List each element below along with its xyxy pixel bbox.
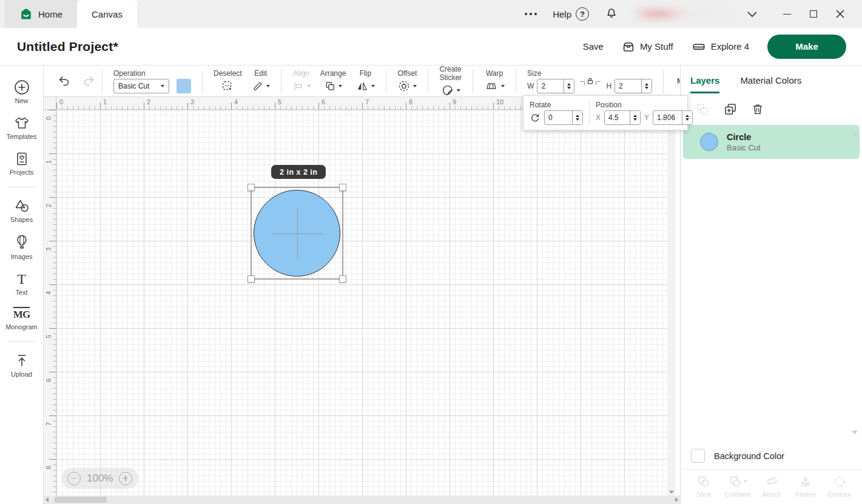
- height-stepper[interactable]: [641, 79, 652, 93]
- arrange-button[interactable]: Arrange: [315, 69, 351, 93]
- sidebar-item-label: Projects: [10, 169, 34, 176]
- header-actions: Save My Stuff Explore 4 Make: [583, 35, 862, 59]
- offset-button[interactable]: Offset: [392, 69, 422, 93]
- redo-icon[interactable]: [81, 75, 96, 88]
- panel-scroll-down-icon[interactable]: [852, 431, 858, 434]
- sidebar-item-shapes[interactable]: Shapes: [0, 193, 44, 229]
- ruler-tick-label: 8: [45, 461, 52, 469]
- canvas-vertical-scrollbar[interactable]: [667, 97, 675, 496]
- rotate-group: Rotate 0: [524, 101, 589, 125]
- scroll-right-icon[interactable]: [675, 497, 678, 502]
- maximize-icon: [810, 10, 817, 18]
- resize-handle-bottom-right[interactable]: [339, 275, 346, 283]
- explore-machine-button[interactable]: Explore 4: [692, 40, 749, 53]
- background-color-checkbox[interactable]: [691, 449, 705, 463]
- transform-popup: Rotate 0 Position X 4.5: [523, 95, 688, 130]
- save-button[interactable]: Save: [583, 41, 604, 52]
- maximize-button[interactable]: [800, 0, 827, 28]
- ruler-tick-label: 9: [453, 98, 456, 106]
- ruler-tick-label: 6: [45, 374, 52, 382]
- layer-operation: Basic Cut: [727, 143, 761, 152]
- edit-button[interactable]: Edit: [247, 69, 275, 93]
- ruler-corner: [44, 97, 56, 110]
- layer-name: Circle: [727, 132, 761, 142]
- align-label: Align: [293, 69, 309, 78]
- tab-canvas[interactable]: Canvas: [77, 0, 137, 28]
- position-x-input[interactable]: 4.5: [604, 110, 641, 125]
- position-y-stepper[interactable]: [682, 111, 692, 124]
- rotate-input[interactable]: 0: [544, 110, 583, 125]
- ruler-tick-label: 6: [322, 98, 325, 106]
- position-label: Position: [596, 101, 693, 109]
- scroll-left-icon[interactable]: [45, 497, 49, 502]
- delete-button[interactable]: [751, 102, 764, 116]
- more-menu-icon[interactable]: [525, 13, 537, 15]
- ruler-tick-label: 2: [147, 98, 150, 106]
- make-button[interactable]: Make: [767, 35, 846, 59]
- page-title[interactable]: Untitled Project*: [17, 39, 118, 54]
- zoom-in-button[interactable]: [119, 472, 132, 485]
- scrollbar-thumb[interactable]: [55, 497, 107, 503]
- window-tab-bar: Home Canvas Help ?: [0, 0, 862, 28]
- canvas-grid[interactable]: 2 in x 2 in 100%: [56, 110, 667, 496]
- create-sticker-label: Create Sticker: [439, 65, 462, 82]
- aspect-lock[interactable]: [580, 76, 601, 86]
- save-label: Save: [583, 41, 604, 52]
- rotate-icon[interactable]: [530, 112, 540, 123]
- color-swatch[interactable]: [177, 79, 191, 93]
- help-button[interactable]: Help ?: [553, 7, 589, 21]
- sidebar-item-text[interactable]: T Text: [0, 266, 44, 301]
- shape-selection-box[interactable]: [251, 187, 343, 280]
- position-x-stepper[interactable]: [630, 111, 640, 124]
- height-input[interactable]: 2: [615, 79, 652, 93]
- position-y-value: 1.806: [653, 113, 682, 122]
- tab-layers[interactable]: Layers: [690, 75, 719, 93]
- projects-card-icon: [15, 151, 29, 167]
- close-button[interactable]: [827, 0, 854, 28]
- canvas-horizontal-scrollbar[interactable]: [44, 496, 680, 504]
- create-sticker-caret-icon: [457, 89, 460, 92]
- resize-handle-bottom-left[interactable]: [247, 275, 255, 283]
- panel-scroll-up-icon[interactable]: [852, 132, 858, 136]
- zoom-out-button[interactable]: [67, 472, 81, 485]
- tab-material-colors[interactable]: Material Colors: [740, 75, 801, 93]
- ruler-tick-label: 7: [45, 417, 52, 426]
- layer-row-circle[interactable]: Circle Basic Cut: [683, 125, 860, 159]
- sidebar-item-label: Images: [10, 253, 32, 260]
- my-stuff-button[interactable]: My Stuff: [622, 40, 673, 53]
- sidebar-item-new[interactable]: New: [0, 74, 44, 110]
- warp-button[interactable]: Warp: [479, 69, 510, 93]
- resize-handle-top-right[interactable]: [339, 184, 346, 191]
- circle-shape[interactable]: [254, 190, 340, 277]
- create-sticker-button[interactable]: Create Sticker: [434, 65, 466, 98]
- notifications-bell-icon[interactable]: [605, 7, 618, 21]
- scroll-down-icon[interactable]: [669, 491, 674, 494]
- sidebar-item-label: Upload: [11, 371, 32, 378]
- ruler-tick-label: 0: [59, 98, 63, 106]
- resize-handle-top-left[interactable]: [247, 184, 255, 191]
- undo-icon[interactable]: [57, 75, 72, 88]
- combine-button-disabled: Combine: [721, 474, 755, 498]
- attach-label: Attach: [762, 491, 781, 498]
- minimize-button[interactable]: [773, 0, 800, 28]
- sidebar-item-images[interactable]: Images: [0, 229, 44, 266]
- sidebar-item-monogram[interactable]: MG Monogram: [0, 301, 44, 336]
- account-name-blurred[interactable]: [634, 5, 731, 23]
- flip-button[interactable]: Flip: [351, 69, 380, 93]
- contour-icon: [832, 474, 847, 489]
- duplicate-button[interactable]: [723, 102, 738, 116]
- contour-label: Contour: [827, 491, 851, 498]
- contour-button-disabled: Contour: [823, 474, 857, 498]
- sidebar-item-projects[interactable]: Projects: [0, 146, 44, 181]
- position-y-input[interactable]: 1.806: [653, 110, 693, 125]
- width-stepper[interactable]: [564, 79, 574, 93]
- sidebar-item-upload[interactable]: Upload: [0, 348, 44, 383]
- tab-home[interactable]: Home: [5, 0, 77, 28]
- chevron-down-icon[interactable]: [747, 10, 758, 18]
- width-input[interactable]: 2: [537, 79, 574, 93]
- operation-dropdown[interactable]: Basic Cut: [113, 79, 169, 93]
- sidebar-item-label: Monogram: [5, 323, 38, 331]
- deselect-button[interactable]: Deselect: [209, 69, 247, 93]
- sidebar-item-templates[interactable]: Templates: [0, 110, 44, 146]
- rotate-stepper[interactable]: [572, 111, 582, 124]
